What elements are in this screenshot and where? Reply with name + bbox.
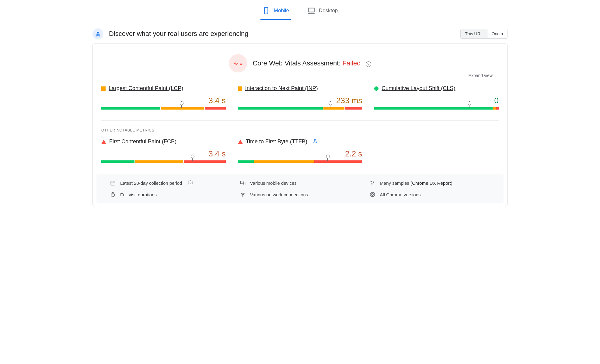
field-data-icon [92,28,103,39]
distribution-bar [374,107,499,110]
scope-segmented-control: This URL Origin [460,29,508,39]
distribution-bar [238,160,362,163]
tab-mobile[interactable]: Mobile [260,4,291,20]
metric-name-link[interactable]: First Contentful Paint (FCP) [109,138,176,145]
svg-point-19 [373,181,374,183]
percentile-marker [469,103,469,108]
svg-point-20 [372,183,373,184]
distribution-bar [101,160,226,163]
svg-rect-7 [97,33,99,36]
info-devices: Various mobile devices [240,180,361,186]
svg-point-18 [371,181,372,182]
metric-value: 233 ms [238,96,362,105]
stopwatch-icon [110,191,116,198]
svg-point-6 [99,34,100,35]
info-chrome: All Chrome versions [369,191,490,198]
metric-name-link[interactable]: Cumulative Layout Shift (CLS) [382,85,455,92]
distribution-bar [238,107,362,110]
percentile-marker [181,103,182,108]
svg-point-10 [243,64,244,65]
field-data-card: Core Web Vitals Assessment: Failed ? Exp… [92,44,508,207]
svg-point-5 [96,34,97,35]
pulse-icon [232,60,244,66]
info-period: Latest 28-day collection period ? [110,180,231,186]
chrome-icon [369,191,375,198]
tab-desktop[interactable]: Desktop [305,4,340,20]
section-header: Discover what your real users are experi… [92,28,508,39]
calendar-icon [110,180,116,186]
svg-rect-17 [243,182,245,185]
metric-name-link[interactable]: Largest Contentful Paint (LCP) [109,85,183,92]
metric-value: 3.4 s [101,96,226,105]
metric-value: 0 [374,96,499,105]
metric-card: Cumulative Layout Shift (CLS) 0 [374,85,499,110]
assessment-badge [229,54,247,72]
scope-origin[interactable]: Origin [487,29,507,38]
svg-rect-2 [308,8,314,12]
expand-view-link[interactable]: Expand view [469,73,493,78]
flask-icon [313,139,318,145]
device-tabs: Mobile Desktop [92,0,508,20]
metric-card: Largest Contentful Paint (LCP) 3.4 s [101,85,226,110]
metric-value: 3.4 s [101,149,226,159]
metric-card: Interaction to Next Paint (INP) 233 ms [238,85,362,110]
assessment-status: Failed [343,59,361,67]
svg-rect-8 [96,35,97,37]
info-samples: Many samples (Chrome UX Report) [369,180,490,186]
other-metrics-heading: OTHER NOTABLE METRICS [93,121,507,132]
metric-card: Time to First Byte (TTFB) 2.2 s [238,138,362,163]
svg-rect-12 [111,181,115,185]
metric-status-icon [374,86,378,91]
wifi-icon [240,191,246,198]
metric-value: 2.2 s [238,149,362,159]
distribution-bar [101,107,226,110]
metric-name-link[interactable]: Time to First Byte (TTFB) [246,138,307,145]
svg-point-24 [242,196,243,197]
mobile-icon [262,7,270,15]
help-icon[interactable]: ? [366,61,371,67]
percentile-marker [327,157,328,161]
assessment-text: Core Web Vitals Assessment: Failed ? [253,59,371,67]
metric-name-link[interactable]: Interaction to Next Paint (INP) [245,85,318,92]
metric-status-icon [238,140,243,144]
tab-label: Desktop [319,8,338,14]
scatter-icon [369,180,375,186]
scope-this-url[interactable]: This URL [461,29,487,38]
page-title: Discover what your real users are experi… [109,30,249,38]
core-metrics-grid: Largest Contentful Paint (LCP) 3.4 s Int… [93,78,507,113]
devices-icon [240,180,246,186]
svg-point-4 [97,32,99,33]
metric-card: First Contentful Paint (FCP) 3.4 s [101,138,226,163]
info-durations: Full visit durations [110,191,231,198]
crux-report-link[interactable]: Chrome UX Report [412,180,451,186]
percentile-marker [330,103,330,108]
tab-label: Mobile [274,8,289,14]
assessment-label: Core Web Vitals Assessment: [253,59,340,67]
help-icon[interactable]: ? [188,180,193,185]
svg-rect-9 [99,35,100,37]
percentile-marker [192,157,193,161]
desktop-icon [307,7,315,15]
metric-status-icon [238,86,242,91]
metric-status-icon [101,86,106,91]
data-context-box: Latest 28-day collection period ? Variou… [96,174,504,203]
other-metrics-grid: First Contentful Paint (FCP) 3.4 s Time … [93,132,507,166]
metric-status-icon [101,140,106,144]
info-network: Various network connections [240,191,361,198]
